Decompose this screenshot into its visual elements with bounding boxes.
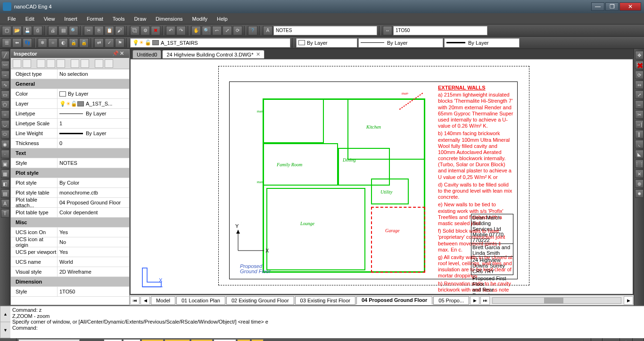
group-dimension[interactable]: Dimension	[11, 279, 129, 284]
status-icon-3[interactable]: 🔒	[620, 338, 633, 341]
toggle-sh[interactable]: SH	[251, 339, 264, 341]
point-icon[interactable]: ·	[1, 150, 9, 158]
toggle-sw[interactable]: SW	[237, 339, 250, 341]
viewport[interactable]: Kitchen Dining Family Room Lounge Utilit…	[131, 59, 633, 294]
menu-edit[interactable]: Edit	[21, 15, 39, 23]
line-icon[interactable]: ╱	[1, 51, 9, 59]
block-icon[interactable]: ▣	[1, 160, 9, 168]
circle-icon[interactable]: ○	[1, 110, 9, 119]
rect-icon[interactable]: ▭	[1, 90, 9, 99]
pan-icon[interactable]: ✋	[191, 26, 201, 35]
prop-thickness-value[interactable]: 0	[57, 138, 129, 148]
layer-icon[interactable]: ☰	[2, 38, 11, 48]
layerprev-icon[interactable]: ⬅	[12, 38, 22, 48]
menu-tools[interactable]: Tools	[108, 15, 130, 23]
print-icon[interactable]: 🖨	[48, 26, 58, 35]
paste-icon[interactable]: 📋	[105, 26, 114, 35]
toggle-snap[interactable]: SNAP	[104, 339, 122, 341]
prop-plottable-value[interactable]: monochrome.ctb	[57, 188, 129, 197]
dim-style-dropdown[interactable]: 1TO50	[393, 26, 487, 35]
explode-icon[interactable]: ✸	[635, 189, 644, 198]
hatch-icon[interactable]: ▦	[1, 170, 9, 178]
insp-tool-5[interactable]	[57, 59, 65, 68]
command-log[interactable]: Command: z Z,ZOOM - zoom Specify corner …	[10, 306, 644, 338]
saveall-icon[interactable]: ⎙	[33, 26, 42, 35]
layer-dropdown[interactable]: 💡☀🔓 A_1ST_STAIRS	[130, 38, 290, 48]
inspector-pin-icon[interactable]: 📌	[112, 50, 119, 57]
minimize-button[interactable]: —	[591, 2, 604, 11]
audit-icon[interactable]: ⚙	[140, 26, 150, 35]
insp-tool-2[interactable]	[23, 59, 31, 68]
copyclip-icon[interactable]: ⿻	[130, 26, 140, 35]
inspector-close-icon[interactable]: ✕	[120, 50, 126, 57]
status-scale[interactable]: M1:1	[603, 338, 620, 341]
close-button[interactable]: ✕	[619, 2, 641, 11]
layerstate-icon[interactable]: ⚑	[115, 38, 124, 48]
menu-file[interactable]: File	[3, 15, 21, 23]
menu-dimensions[interactable]: Dimensions	[151, 15, 187, 23]
layout-tab-01[interactable]: 01 Location Plan	[176, 296, 225, 305]
insp-tool-1[interactable]	[13, 59, 21, 68]
group-general[interactable]: General	[11, 81, 129, 87]
prop-vstyle-value[interactable]: 2D Wireframe	[57, 267, 129, 276]
layerlock-icon[interactable]: 🔒	[69, 38, 78, 48]
layerunlock-icon[interactable]: 🔓	[79, 38, 89, 48]
prop-ucsname-value[interactable]: World	[57, 257, 129, 267]
prop-textstyle-value[interactable]: NOTES	[57, 158, 129, 168]
zoomwin-icon[interactable]: 🔍	[202, 26, 211, 35]
textstyle-icon[interactable]: A	[263, 26, 272, 35]
tab-nav-last[interactable]: ⏭	[480, 296, 490, 305]
open-icon[interactable]: 📂	[12, 26, 22, 35]
donut-icon[interactable]: ◉	[1, 140, 9, 148]
insp-tool-4[interactable]	[47, 59, 55, 68]
menu-draw[interactable]: Draw	[129, 15, 151, 23]
prop-linetype-value[interactable]: By Layer	[57, 109, 129, 118]
menu-format[interactable]: Format	[82, 15, 108, 23]
insp-tool-6[interactable]	[71, 59, 79, 68]
zoomprev-icon[interactable]: ⤺	[212, 26, 222, 35]
color-dropdown[interactable]: By Layer	[296, 38, 357, 48]
lineweight-dropdown[interactable]: By Layer	[444, 38, 520, 48]
regen-icon[interactable]: ⟳	[233, 26, 242, 35]
undo-icon[interactable]: ↶	[166, 26, 175, 35]
taskbar-wmp[interactable]: Windows Media Player	[18, 339, 80, 341]
table-icon[interactable]: ▤	[1, 189, 9, 198]
preview-icon[interactable]: 🔍	[69, 26, 78, 35]
polyline-icon[interactable]: 〰	[1, 61, 9, 69]
move-icon[interactable]: ✥	[635, 51, 644, 59]
layerwalk-icon[interactable]: 👣	[23, 38, 32, 48]
stretch-icon[interactable]: ↔	[635, 100, 644, 109]
cmd-scroll-down[interactable]: ▼	[0, 322, 10, 338]
chamfer-icon[interactable]: ◣	[635, 150, 644, 158]
menu-help[interactable]: Help	[212, 15, 232, 23]
dimstyle-icon[interactable]: ↔	[383, 26, 392, 35]
help-icon[interactable]: ?	[248, 26, 257, 35]
doc-tab-highview[interactable]: 24 Highview Building Control 3.DWG*✕	[162, 50, 264, 58]
save-icon[interactable]: 💾	[23, 26, 32, 35]
toggle-polar[interactable]: POLAR	[191, 339, 213, 341]
group-text[interactable]: Text	[11, 150, 129, 156]
prop-objtype-value[interactable]: No selection	[57, 69, 129, 79]
offset-icon[interactable]: ‖	[635, 130, 644, 138]
layermatch-icon[interactable]: ⇄	[94, 38, 104, 48]
layout-tab-03[interactable]: 03 Existing First Floor	[295, 296, 355, 305]
prop-ucson-value[interactable]: Yes	[57, 227, 129, 237]
rotate-icon[interactable]: ⟳	[635, 71, 644, 79]
join-icon[interactable]: ⊕	[635, 179, 644, 188]
plot-icon[interactable]: ▤	[58, 26, 68, 35]
ray-icon[interactable]: →	[1, 71, 9, 79]
toggle-otrack[interactable]: OTRACK	[165, 339, 190, 341]
prop-plotattach-value[interactable]: 04 Proposed Ground Floor	[57, 198, 129, 207]
trim-icon[interactable]: ✂	[635, 110, 644, 119]
prop-plottype-value[interactable]: Color dependent	[57, 208, 129, 217]
mirror-icon[interactable]: ⇔	[635, 81, 644, 89]
region-icon[interactable]: ◧	[1, 179, 9, 188]
scale-icon[interactable]: ⤢	[635, 90, 644, 99]
horizontal-scrollbar[interactable]	[492, 297, 621, 304]
new-icon[interactable]: ▢	[2, 26, 11, 35]
fillet-icon[interactable]: ◟	[635, 140, 644, 148]
status-fullscreen-icon[interactable]: ⛶	[633, 338, 644, 341]
layeriso-icon[interactable]: ◐	[58, 38, 68, 48]
menu-modify[interactable]: Modify	[188, 15, 212, 23]
insp-tool-3[interactable]	[37, 59, 45, 68]
